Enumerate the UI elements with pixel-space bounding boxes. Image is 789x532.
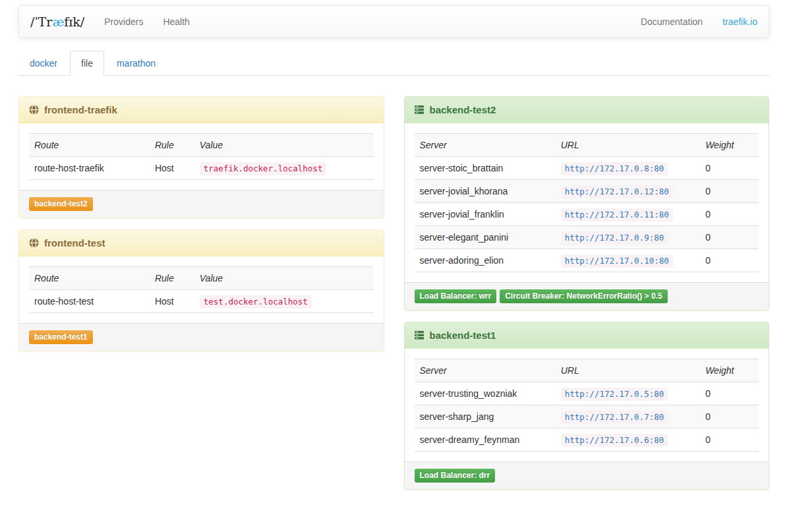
frontends-column: frontend-traefikRouteRuleValueroute-host…: [18, 96, 384, 363]
server-cell: server-elegant_panini: [415, 226, 556, 249]
server-cell: server-stoic_brattain: [415, 157, 556, 180]
value-cell: test.docker.localhost: [194, 290, 374, 313]
weight-cell: 0: [700, 382, 759, 405]
table-row: route-host-testHosttest.docker.localhost: [29, 290, 374, 313]
column-header-rule: Rule: [150, 134, 194, 157]
table-header-row: RouteRuleValue: [29, 134, 374, 157]
routes-table: RouteRuleValueroute-host-traefikHosttrae…: [29, 133, 374, 180]
backends-column: backend-test2ServerURLWeightserver-stoic…: [404, 96, 770, 501]
backend-config-badge: Load Balancer: drr: [415, 469, 496, 483]
nav-link-traefik-io[interactable]: traefik.io: [713, 6, 769, 38]
content: frontend-traefikRouteRuleValueroute-host…: [18, 96, 769, 501]
panel-footer: Load Balancer: wrrCircuit Breaker: Netwo…: [405, 282, 769, 310]
server-cell: server-trusting_wozniak: [415, 382, 556, 405]
table-row: server-dreamy_feynmanhttp://172.17.0.6:8…: [415, 429, 759, 452]
backend-badge: backend-test1: [29, 330, 93, 344]
url-cell: http://172.17.0.8:80: [556, 157, 700, 180]
backend-panel: backend-test1ServerURLWeightserver-trust…: [404, 322, 770, 490]
panel-heading: backend-test2: [405, 97, 769, 123]
weight-cell: 0: [700, 405, 759, 429]
column-header-rule: Rule: [150, 267, 194, 290]
panel-heading: frontend-traefik: [19, 97, 384, 123]
tab-file[interactable]: file: [70, 51, 104, 76]
table-row: server-stoic_brattainhttp://172.17.0.8:8…: [415, 157, 759, 180]
panel-heading: frontend-test: [19, 230, 384, 256]
url-cell: http://172.17.0.11:80: [556, 203, 700, 226]
panel-body: ServerURLWeightserver-stoic_brattainhttp…: [405, 123, 769, 282]
url-cell: http://172.17.0.7:80: [556, 405, 700, 429]
rule-cell: Host: [150, 157, 194, 180]
url-cell: http://172.17.0.9:80: [556, 226, 700, 249]
column-header-server: Server: [415, 359, 556, 382]
globe-icon: [29, 238, 39, 248]
panel-body: RouteRuleValueroute-host-traefikHosttrae…: [19, 123, 384, 190]
nav-link-providers[interactable]: Providers: [94, 6, 153, 38]
panel-title: frontend-traefik: [44, 104, 117, 115]
tab-marathon[interactable]: marathon: [105, 51, 167, 76]
table-row: server-elegant_paninihttp://172.17.0.9:8…: [415, 226, 759, 249]
nav-link-health[interactable]: Health: [153, 6, 199, 38]
servers-icon: [415, 330, 424, 340]
panel-footer: Load Balancer: drr: [405, 461, 769, 489]
panel-title: frontend-test: [44, 237, 105, 249]
url-cell: http://172.17.0.6:80: [556, 429, 700, 452]
server-url-link[interactable]: http://172.17.0.7:80: [561, 411, 668, 424]
server-cell: server-adoring_elion: [415, 249, 556, 272]
server-url-link[interactable]: http://172.17.0.5:80: [561, 388, 668, 401]
frontend-panel: frontend-testRouteRuleValueroute-host-te…: [18, 229, 384, 351]
tab-docker[interactable]: docker: [18, 51, 69, 76]
panel-title: backend-test2: [430, 104, 496, 115]
server-url-link[interactable]: http://172.17.0.11:80: [561, 208, 673, 222]
column-header-url: URL: [556, 134, 700, 157]
server-cell: server-sharp_jang: [415, 405, 556, 429]
column-header-server: Server: [415, 134, 556, 157]
table-header-row: ServerURLWeight: [415, 359, 759, 382]
rule-cell: Host: [150, 290, 194, 313]
table-row: server-sharp_janghttp://172.17.0.7:800: [415, 405, 759, 429]
rule-value-code: test.docker.localhost: [200, 295, 312, 309]
backend-badge: backend-test2: [29, 197, 93, 211]
weight-cell: 0: [700, 180, 759, 203]
url-cell: http://172.17.0.12:80: [556, 180, 700, 203]
traefik-logo[interactable]: /ˈTræfɪk/: [19, 15, 94, 29]
rule-value-code: traefik.docker.localhost: [200, 162, 327, 175]
table-row: route-host-traefikHosttraefik.docker.loc…: [29, 157, 374, 180]
weight-cell: 0: [700, 203, 759, 226]
table-row: server-adoring_elionhttp://172.17.0.10:8…: [415, 249, 759, 272]
column-header-url: URL: [556, 359, 700, 382]
server-url-link[interactable]: http://172.17.0.8:80: [561, 162, 668, 175]
column-header-route: Route: [29, 134, 150, 157]
nav-link-documentation[interactable]: Documentation: [631, 6, 713, 38]
panel-body: RouteRuleValueroute-host-testHosttest.do…: [19, 256, 384, 323]
navbar: /ˈTræfɪk/ Providers Health Documentation…: [18, 5, 769, 38]
panel-body: ServerURLWeightserver-trusting_wozniakht…: [405, 349, 769, 461]
server-url-link[interactable]: http://172.17.0.10:80: [561, 254, 673, 268]
servers-table: ServerURLWeightserver-trusting_wozniakht…: [415, 359, 759, 452]
panel-footer: backend-test1: [19, 323, 384, 351]
panel-footer: backend-test2: [19, 190, 384, 218]
table-row: server-jovial_franklinhttp://172.17.0.11…: [415, 203, 759, 226]
column-header-weight: Weight: [700, 359, 759, 382]
route-cell: route-host-test: [29, 290, 150, 313]
table-row: server-jovial_khoranahttp://172.17.0.12:…: [415, 180, 759, 203]
servers-table: ServerURLWeightserver-stoic_brattainhttp…: [415, 133, 759, 272]
backend-config-badge: Load Balancer: wrr: [415, 289, 497, 303]
globe-icon: [29, 105, 39, 115]
server-url-link[interactable]: http://172.17.0.6:80: [561, 434, 668, 447]
servers-icon: [415, 105, 424, 115]
panel-title: backend-test1: [430, 330, 496, 341]
server-cell: server-jovial_khorana: [415, 180, 556, 203]
server-cell: server-jovial_franklin: [415, 203, 556, 226]
page-container: /ˈTræfɪk/ Providers Health Documentation…: [18, 5, 769, 501]
server-url-link[interactable]: http://172.17.0.9:80: [561, 231, 668, 245]
provider-tabs: docker file marathon: [18, 51, 769, 76]
panel-heading: backend-test1: [405, 322, 769, 349]
value-cell: traefik.docker.localhost: [194, 157, 374, 180]
column-header-weight: Weight: [700, 134, 759, 157]
table-header-row: RouteRuleValue: [29, 267, 374, 290]
table-header-row: ServerURLWeight: [415, 134, 759, 157]
logo-suffix: fɪk/: [64, 15, 84, 29]
route-cell: route-host-traefik: [29, 157, 150, 180]
server-url-link[interactable]: http://172.17.0.12:80: [561, 185, 673, 198]
column-header-route: Route: [29, 267, 150, 290]
